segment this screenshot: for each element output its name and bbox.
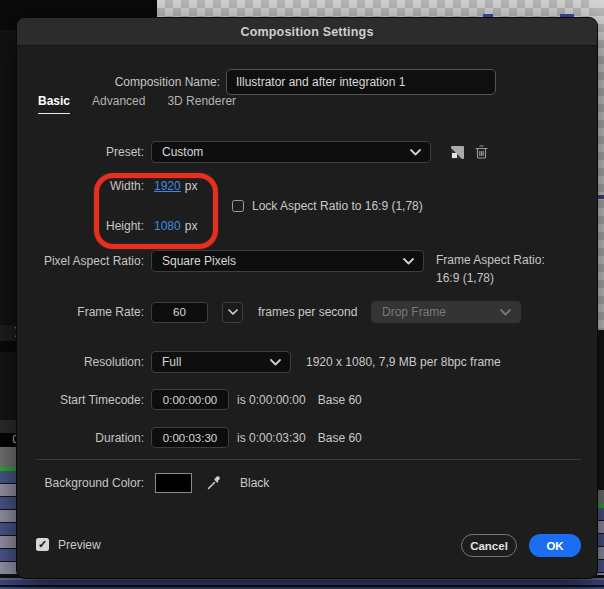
preview-checkbox[interactable]	[36, 538, 49, 551]
resolution-value: Full	[162, 355, 181, 369]
timecode-style-value: Drop Frame	[382, 305, 446, 319]
preset-dropdown[interactable]: Custom	[151, 141, 431, 163]
save-preset-icon[interactable]	[451, 146, 464, 159]
duration-label: Duration:	[17, 431, 144, 445]
duration-input[interactable]: 0:00:03:30	[151, 427, 229, 448]
chevron-down-icon	[403, 258, 414, 265]
frame-rate-label: Frame Rate:	[17, 305, 144, 319]
background-layer-bar	[597, 195, 604, 199]
ok-button[interactable]: OK	[529, 534, 581, 557]
start-timecode-input[interactable]: 0:00:00:00	[151, 389, 229, 410]
duration-info: is 0:00:03:30	[237, 431, 306, 445]
pixel-aspect-ratio-label: Pixel Aspect Ratio:	[17, 254, 144, 268]
resolution-info: 1920 x 1080, 7,9 MB per 8bpc frame	[306, 355, 501, 369]
pixel-aspect-ratio-dropdown[interactable]: Square Pixels	[151, 250, 424, 272]
cancel-button[interactable]: Cancel	[461, 534, 517, 557]
frame-aspect-ratio-label: Frame Aspect Ratio:	[436, 251, 545, 269]
screen: ) 0 Composition Settings Composition Nam…	[0, 0, 604, 589]
height-label: Height:	[17, 219, 144, 233]
background-color-name: Black	[240, 476, 269, 490]
preset-label: Preset:	[17, 145, 144, 159]
lock-aspect-ratio-checkbox[interactable]	[232, 200, 244, 212]
tab-advanced[interactable]: Advanced	[92, 94, 145, 114]
frame-aspect-ratio-info: Frame Aspect Ratio: 16:9 (1,78)	[436, 251, 545, 287]
composition-name-input[interactable]: Illustrator and after integration 1	[226, 69, 496, 95]
eyedropper-icon[interactable]	[206, 475, 222, 491]
chevron-down-icon	[500, 309, 511, 316]
start-timecode-base: Base 60	[318, 393, 362, 407]
width-unit: px	[185, 179, 198, 193]
preset-value: Custom	[162, 145, 203, 159]
frame-rate-unit-label: frames per second	[258, 305, 357, 319]
dialog-title: Composition Settings	[240, 25, 373, 39]
frame-aspect-ratio-value: 16:9 (1,78)	[436, 269, 545, 287]
tab-bar: Basic Advanced 3D Renderer	[38, 94, 236, 114]
tab-3d-renderer[interactable]: 3D Renderer	[167, 94, 236, 114]
pixel-aspect-ratio-value: Square Pixels	[162, 254, 236, 268]
resolution-dropdown[interactable]: Full	[151, 351, 291, 373]
height-unit: px	[185, 219, 198, 233]
chevron-down-icon	[270, 359, 281, 366]
frame-rate-dropdown-button[interactable]	[222, 302, 243, 323]
delete-preset-trash-icon[interactable]	[475, 145, 488, 159]
background-timeline-rows	[597, 508, 604, 575]
frame-rate-input[interactable]: 60	[151, 302, 208, 323]
width-value[interactable]: 1920	[154, 179, 181, 193]
start-timecode-label: Start Timecode:	[17, 393, 144, 407]
resolution-label: Resolution:	[17, 355, 144, 369]
lock-aspect-ratio-label: Lock Aspect Ratio to 16:9 (1,78)	[252, 199, 423, 213]
tab-basic[interactable]: Basic	[38, 94, 70, 114]
composition-name-label: Composition Name:	[17, 75, 220, 89]
chevron-down-icon	[410, 149, 421, 156]
transparency-checkerboard	[597, 0, 604, 330]
duration-base: Base 60	[318, 431, 362, 445]
preview-label: Preview	[58, 538, 101, 552]
composition-settings-dialog: Composition Settings Composition Name: I…	[16, 17, 598, 579]
background-color-swatch[interactable]	[155, 473, 192, 493]
height-value[interactable]: 1080	[154, 219, 181, 233]
background-right-strip	[597, 330, 604, 575]
timecode-style-dropdown: Drop Frame	[371, 301, 521, 323]
width-label: Width:	[17, 179, 144, 193]
start-timecode-info: is 0:00:00:00	[237, 393, 306, 407]
dialog-titlebar[interactable]: Composition Settings	[17, 18, 597, 46]
chevron-down-icon	[228, 309, 238, 315]
section-divider	[36, 459, 581, 460]
background-color-label: Background Color:	[17, 476, 144, 490]
